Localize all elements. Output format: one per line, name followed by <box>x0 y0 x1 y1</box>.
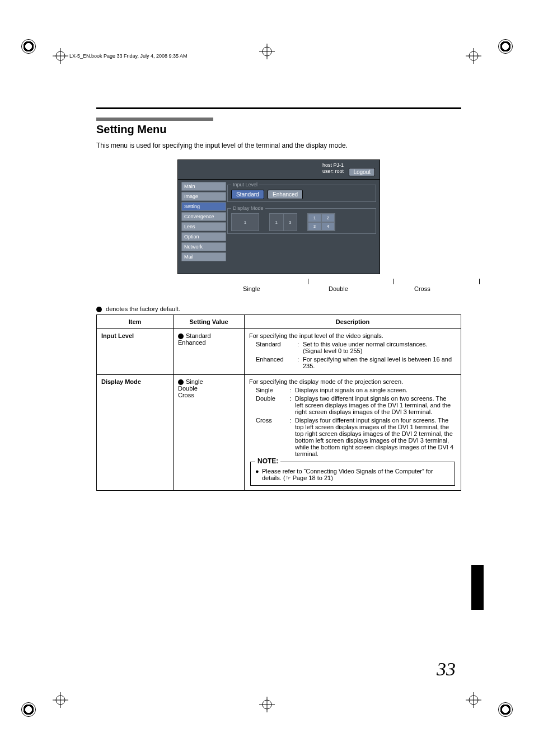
mode-single: 1 <box>231 213 259 231</box>
nav-option: Option <box>181 232 226 241</box>
note-box: NOTE: ●Please refer to “Connecting Video… <box>250 462 455 486</box>
nav-mail: Mail <box>181 252 226 261</box>
mode-callouts: Single Double Cross <box>178 279 380 292</box>
ui-screenshot: host PJ-1user: root Logout Main Image Se… <box>177 159 380 274</box>
nav-convergence: Convergence <box>181 212 226 221</box>
register-mark <box>53 692 68 708</box>
nav-main: Main <box>181 182 226 191</box>
crop-mark <box>21 688 50 717</box>
crop-mark <box>21 39 50 68</box>
mode-cross: 1234 <box>307 213 335 231</box>
intro-text: This menu is used for specifying the inp… <box>96 142 461 149</box>
desc-heading: For specifying the display mode of the p… <box>249 378 456 385</box>
title-decor <box>96 118 309 121</box>
ui-host-info: host PJ-1user: root <box>322 162 344 175</box>
logout-button: Logout <box>349 168 375 176</box>
ui-nav: Main Image Setting Convergence Lens Opti… <box>178 180 226 274</box>
page-number: 33 <box>437 659 456 680</box>
page-title: Setting Menu <box>96 123 461 136</box>
th-desc: Description <box>245 315 461 329</box>
crop-mark <box>484 688 513 717</box>
nav-network: Network <box>181 242 226 251</box>
book-header-text: LX-5_EN.book Page 33 Friday, July 4, 200… <box>69 53 187 59</box>
display-mode-group: Display Mode 1 13 1234 <box>227 205 376 234</box>
register-mark <box>259 697 275 712</box>
nav-lens: Lens <box>181 222 226 231</box>
settings-table: Item Setting Value Description Input Lev… <box>96 314 461 491</box>
default-dot-icon <box>96 307 102 312</box>
nav-setting: Setting <box>181 202 226 211</box>
input-level-group: Input Level Standard Enhanced <box>227 182 376 202</box>
default-dot-icon <box>178 379 184 385</box>
crop-mark <box>484 39 513 68</box>
register-mark <box>466 692 481 708</box>
enhanced-button: Enhanced <box>268 190 303 199</box>
table-row: Display Mode SingleDoubleCross For speci… <box>97 375 461 491</box>
th-value: Setting Value <box>174 315 245 329</box>
top-rule <box>96 107 461 109</box>
mode-double: 13 <box>269 213 297 231</box>
nav-image: Image <box>181 192 226 201</box>
default-dot-icon <box>178 334 184 339</box>
standard-button: Standard <box>231 190 264 199</box>
register-mark <box>259 44 275 59</box>
desc-heading: For specifying the input level of the vi… <box>249 332 456 339</box>
thumb-tab <box>471 565 484 610</box>
register-mark <box>466 48 481 64</box>
register-mark <box>53 48 68 64</box>
default-note: denotes the factory default. <box>96 306 461 312</box>
table-row: Input Level StandardEnhanced For specify… <box>97 329 461 375</box>
th-item: Item <box>97 315 174 329</box>
